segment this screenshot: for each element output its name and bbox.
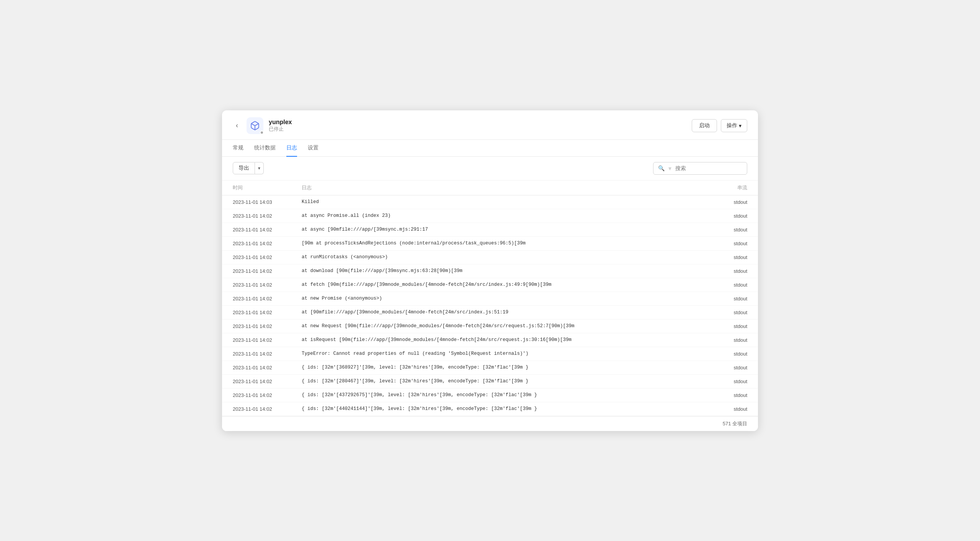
log-time: 2023-11-01 14:02 (222, 264, 291, 278)
table-row: 2023-11-01 14:02at new Request [90m(file… (222, 319, 758, 333)
table-row: 2023-11-01 14:02at download [90m(file://… (222, 264, 758, 278)
col-log-header: 日志 (291, 180, 708, 195)
log-message: TypeError: Cannot read properties of nul… (291, 347, 708, 361)
search-divider: ▾ (668, 165, 671, 172)
log-time: 2023-11-01 14:02 (222, 319, 291, 333)
log-table: 时间 日志 串流 2023-11-01 14:03Killedstdout202… (222, 180, 758, 416)
log-time: 2023-11-01 14:02 (222, 236, 291, 250)
header-left: ‹ yunplex 已停止 (233, 117, 292, 134)
log-message: at async Promise.all (index 23) (291, 209, 708, 223)
header-right: 启动 操作 ▾ (692, 119, 747, 132)
log-time: 2023-11-01 14:02 (222, 374, 291, 388)
log-message: at fetch [90m(file:///app/[39mnode_modul… (291, 278, 708, 292)
log-stream: stdout (708, 333, 758, 347)
table-row: 2023-11-01 14:03Killedstdout (222, 195, 758, 209)
table-row: 2023-11-01 14:02at fetch [90m(file:///ap… (222, 278, 758, 292)
table-row: 2023-11-01 14:02at new Promise (<anonymo… (222, 292, 758, 305)
app-icon (247, 117, 263, 134)
log-stream: stdout (708, 319, 758, 333)
action-button[interactable]: 操作 ▾ (721, 119, 747, 132)
log-stream: stdout (708, 223, 758, 236)
col-stream-header: 串流 (708, 180, 758, 195)
log-table-body: 2023-11-01 14:03Killedstdout2023-11-01 1… (222, 195, 758, 416)
log-message: at isRequest [90m(file:///app/[39mnode_m… (291, 333, 708, 347)
log-time: 2023-11-01 14:02 (222, 278, 291, 292)
log-time: 2023-11-01 14:02 (222, 347, 291, 361)
table-row: 2023-11-01 14:02at runMicrotasks (<anony… (222, 250, 758, 264)
tabs: 常规 统计数据 日志 设置 (222, 140, 758, 157)
log-stream: stdout (708, 278, 758, 292)
main-window: ‹ yunplex 已停止 启动 操作 ▾ 常规 统计 (222, 110, 758, 431)
start-button[interactable]: 启动 (692, 119, 717, 132)
log-stream: stdout (708, 195, 758, 209)
log-message: { ids: [32m'[440241144]'[39m, level: [32… (291, 402, 708, 416)
table-row: 2023-11-01 14:02TypeError: Cannot read p… (222, 347, 758, 361)
toolbar: 导出 ▾ 🔍 ▾ (222, 157, 758, 180)
log-stream: stdout (708, 347, 758, 361)
log-table-container: 时间 日志 串流 2023-11-01 14:03Killedstdout202… (222, 180, 758, 416)
log-time: 2023-11-01 14:02 (222, 209, 291, 223)
log-message: { ids: [32m'[368927]'[39m, level: [32m'h… (291, 361, 708, 374)
footer: 571 全项目 (222, 416, 758, 431)
tab-settings[interactable]: 设置 (308, 140, 318, 157)
log-time: 2023-11-01 14:03 (222, 195, 291, 209)
search-icon: 🔍 (658, 165, 665, 171)
table-row: 2023-11-01 14:02{ ids: [32m'[440241144]'… (222, 402, 758, 416)
log-stream: stdout (708, 305, 758, 319)
log-message: Killed (291, 195, 708, 209)
app-name: yunplex (269, 119, 292, 126)
search-input[interactable] (675, 165, 742, 171)
app-status: 已停止 (269, 126, 292, 133)
table-row: 2023-11-01 14:02{ ids: [32m'[368927]'[39… (222, 361, 758, 374)
log-time: 2023-11-01 14:02 (222, 223, 291, 236)
table-row: 2023-11-01 14:02at async Promise.all (in… (222, 209, 758, 223)
search-box[interactable]: 🔍 ▾ (653, 162, 747, 175)
log-stream: stdout (708, 209, 758, 223)
log-message: { ids: [32m'[280467]'[39m, level: [32m'h… (291, 374, 708, 388)
tab-general[interactable]: 常规 (233, 140, 243, 157)
box-icon (250, 121, 260, 131)
table-row: 2023-11-01 14:02{ ids: [32m'[437292675]'… (222, 388, 758, 402)
log-message: at async [90mfile:///app/[39msync.mjs:29… (291, 223, 708, 236)
table-row: 2023-11-01 14:02at async [90mfile:///app… (222, 223, 758, 236)
table-row: 2023-11-01 14:02at [90mfile:///app/[39mn… (222, 305, 758, 319)
export-dropdown-button[interactable]: ▾ (255, 162, 264, 174)
table-row: 2023-11-01 14:02[90m at processTicksAndR… (222, 236, 758, 250)
log-message: [90m at processTicksAndRejections (node:… (291, 236, 708, 250)
log-stream: stdout (708, 264, 758, 278)
log-time: 2023-11-01 14:02 (222, 361, 291, 374)
log-time: 2023-11-01 14:02 (222, 250, 291, 264)
log-stream: stdout (708, 402, 758, 416)
log-message: at [90mfile:///app/[39mnode_modules/[4mn… (291, 305, 708, 319)
col-time-header: 时间 (222, 180, 291, 195)
table-row: 2023-11-01 14:02{ ids: [32m'[280467]'[39… (222, 374, 758, 388)
back-button[interactable]: ‹ (233, 120, 241, 131)
log-stream: stdout (708, 361, 758, 374)
log-stream: stdout (708, 292, 758, 305)
log-time: 2023-11-01 14:02 (222, 292, 291, 305)
log-message: { ids: [32m'[437292675]'[39m, level: [32… (291, 388, 708, 402)
app-info: yunplex 已停止 (269, 119, 292, 133)
export-button[interactable]: 导出 (233, 162, 255, 174)
header: ‹ yunplex 已停止 启动 操作 ▾ (222, 110, 758, 140)
log-stream: stdout (708, 388, 758, 402)
table-row: 2023-11-01 14:02at isRequest [90m(file:/… (222, 333, 758, 347)
table-header-row: 时间 日志 串流 (222, 180, 758, 195)
export-group: 导出 ▾ (233, 162, 264, 174)
log-stream: stdout (708, 374, 758, 388)
log-message: at new Request [90m(file:///app/[39mnode… (291, 319, 708, 333)
log-message: at runMicrotasks (<anonymous>) (291, 250, 708, 264)
log-time: 2023-11-01 14:02 (222, 305, 291, 319)
log-message: at new Promise (<anonymous>) (291, 292, 708, 305)
tab-logs[interactable]: 日志 (286, 140, 297, 157)
tab-stats[interactable]: 统计数据 (254, 140, 276, 157)
log-stream: stdout (708, 236, 758, 250)
log-stream: stdout (708, 250, 758, 264)
log-time: 2023-11-01 14:02 (222, 388, 291, 402)
pagination-info: 571 全项目 (723, 420, 747, 427)
log-message: at download [90m(file:///app/[39msync.mj… (291, 264, 708, 278)
status-indicator (260, 131, 264, 134)
toolbar-left: 导出 ▾ (233, 162, 264, 174)
log-time: 2023-11-01 14:02 (222, 402, 291, 416)
log-time: 2023-11-01 14:02 (222, 333, 291, 347)
